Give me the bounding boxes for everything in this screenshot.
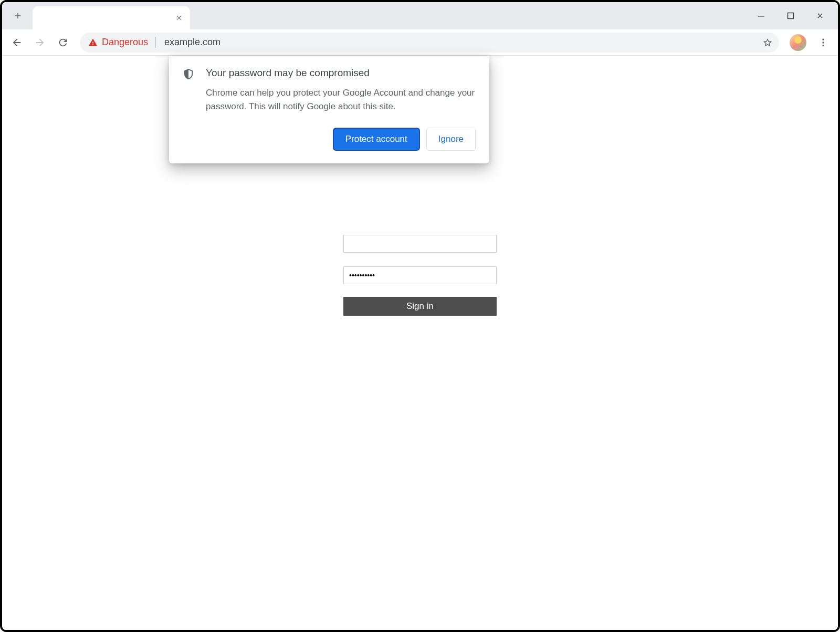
close-window-button[interactable] [805,5,835,26]
bubble-title: Your password may be compromised [206,67,476,79]
minimize-icon [758,12,765,19]
shield-icon [183,68,194,80]
kebab-icon [818,37,828,48]
minimize-button[interactable] [747,5,776,26]
warning-triangle-icon [88,38,98,47]
omnibox[interactable]: Dangerous example.com [80,33,779,53]
close-icon [816,12,824,20]
forward-button[interactable] [29,32,50,53]
svg-point-4 [822,45,824,46]
page-content: Your password may be compromised Chrome … [2,56,838,630]
star-icon [762,37,773,48]
maximize-button[interactable] [776,5,805,26]
sign-in-button[interactable]: Sign in [343,297,497,316]
maximize-icon [787,12,794,19]
svg-point-2 [822,38,824,40]
bookmark-button[interactable] [759,34,776,51]
svg-rect-1 [788,13,794,19]
close-icon [175,14,183,22]
tab-close-button[interactable] [174,13,184,23]
url-display: example.com [161,37,220,48]
login-form: Sign in [343,235,497,316]
security-chip[interactable]: Dangerous [88,37,156,48]
username-input[interactable] [343,235,497,253]
arrow-right-icon [34,37,46,48]
svg-point-3 [822,42,824,43]
toolbar: Dangerous example.com [2,29,838,56]
chrome-menu-button[interactable] [813,32,834,53]
password-input[interactable] [343,266,497,284]
security-label: Dangerous [102,37,148,48]
svg-rect-0 [758,16,764,17]
reload-button[interactable] [52,32,74,53]
password-warning-bubble: Your password may be compromised Chrome … [169,56,489,163]
ignore-button[interactable]: Ignore [426,128,476,151]
new-tab-button[interactable] [6,4,29,27]
browser-window: Dangerous example.com [2,2,838,630]
browser-tab[interactable] [33,6,190,29]
window-controls [747,2,835,29]
back-button[interactable] [6,32,27,53]
plus-icon [13,11,23,20]
tab-strip [2,2,838,29]
profile-avatar[interactable] [790,34,806,51]
protect-account-button[interactable]: Protect account [333,128,420,151]
reload-icon [57,37,69,48]
arrow-left-icon [11,37,23,48]
bubble-description: Chrome can help you protect your Google … [206,86,476,113]
